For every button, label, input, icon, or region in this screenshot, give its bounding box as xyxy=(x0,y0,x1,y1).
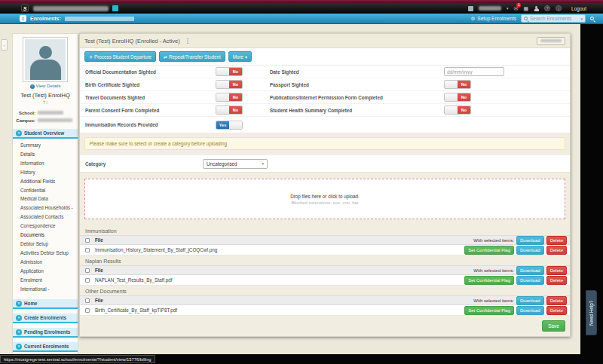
parent-consent-toggle[interactable]: No xyxy=(216,106,243,115)
school-row: School: xyxy=(16,111,75,116)
gear-icon: ⚙ xyxy=(471,16,476,22)
form-row: Immunisation Records Provided Yes xyxy=(80,117,570,133)
redacted-username[interactable] xyxy=(479,6,501,11)
file-checkbox[interactable] xyxy=(85,248,90,252)
set-confidential-flag-button[interactable]: Set Confidential Flag xyxy=(464,276,514,285)
sidebar-item-details[interactable]: Details xyxy=(13,150,78,159)
sidebar-item-confidential[interactable]: Confidential xyxy=(13,186,78,195)
panel-menu-dots-icon[interactable]: ⋮ xyxy=(185,38,191,44)
sidebar-item-summary[interactable]: Summary xyxy=(13,141,78,150)
file-checkbox[interactable] xyxy=(85,278,90,283)
messages-icon[interactable]: ✉1 xyxy=(514,6,519,11)
select-all-checkbox[interactable] xyxy=(85,298,90,303)
download-file-button[interactable]: Download xyxy=(516,276,544,285)
passport-toggle[interactable]: No xyxy=(444,80,471,89)
search-submit-icon[interactable] xyxy=(590,17,594,20)
sidebar-item-associated-households[interactable]: Associated Households - xyxy=(13,203,78,213)
sidebar-section-home[interactable]: ≡ Home xyxy=(13,299,78,309)
sidebar-section-pending-enrolments[interactable]: ≡ Pending Enrolments xyxy=(13,328,78,338)
setup-enrolments-link[interactable]: ⚙ Setup Enrolments xyxy=(471,16,517,22)
sidebar-item-admission[interactable]: Admission xyxy=(13,258,78,267)
enrolments-module-icon[interactable]: ≡ xyxy=(20,15,26,22)
search-box[interactable]: ▾ xyxy=(521,14,586,23)
field-label: Student Health Summary Completed xyxy=(270,108,352,113)
sidebar-section-create-enrolments[interactable]: ≡ Create Enrolments xyxy=(13,314,78,323)
sidebar-item-application[interactable]: Application xyxy=(13,267,78,276)
view-details-link[interactable]: iView Details xyxy=(13,84,78,89)
file-checkbox[interactable] xyxy=(85,308,90,313)
avatar-silhouette-body xyxy=(30,60,61,81)
delete-file-button[interactable]: Delete xyxy=(546,276,567,285)
student-photo[interactable] xyxy=(23,38,67,81)
process-departure-button[interactable]: ✈Process Student Departure xyxy=(84,51,156,62)
info-circle-icon: i xyxy=(30,84,35,89)
more-button[interactable]: More▾ xyxy=(228,51,252,62)
file-name[interactable]: Immunisation_History_Statement_By_Staff_… xyxy=(95,247,217,252)
file-dropzone[interactable]: Drop files here or click to upload. Bloc… xyxy=(84,179,565,219)
search-scope-caret-icon[interactable]: ▾ xyxy=(580,17,583,21)
student-name: Test (Test) EnrolHQ xyxy=(13,92,78,99)
avatar-silhouette-head xyxy=(39,46,52,59)
set-confidential-flag-button[interactable]: Set Confidential Flag xyxy=(464,246,514,255)
download-file-button[interactable]: Download xyxy=(516,306,544,315)
delete-file-button[interactable]: Delete xyxy=(546,246,567,255)
delete-selected-button[interactable]: Delete xyxy=(546,296,567,305)
delete-file-button[interactable]: Delete xyxy=(546,306,567,315)
download-selected-button[interactable]: Download xyxy=(516,296,544,305)
environment-badge xyxy=(112,5,118,11)
sidebar-item-information[interactable]: Information xyxy=(13,159,78,168)
delete-selected-button[interactable]: Delete xyxy=(546,236,567,245)
publications-toggle[interactable]: No xyxy=(444,93,471,102)
date-sighted-input[interactable] xyxy=(444,67,504,76)
category-label: Category xyxy=(85,161,106,167)
search-input[interactable] xyxy=(530,16,578,21)
download-file-button[interactable]: Download xyxy=(516,246,544,255)
sidebar-item-additional-fields[interactable]: Additional Fields xyxy=(13,177,78,186)
download-selected-button[interactable]: Download xyxy=(516,236,544,245)
sidebar-item-debtor-setup[interactable]: Debtor Setup xyxy=(13,240,78,249)
logout-button[interactable]: Logout xyxy=(571,6,586,11)
sidebar-item-medical-data[interactable]: Medical Data xyxy=(13,194,78,203)
sidebar-item-history[interactable]: History xyxy=(13,168,78,177)
sidebar-item-activities-debtor-setup[interactable]: Activities Debtor Setup xyxy=(13,249,78,258)
apps-icon[interactable]: ▦ xyxy=(523,6,528,11)
sidebar-item-international[interactable]: International - xyxy=(13,285,78,294)
section-title: Other Documents xyxy=(80,286,570,295)
redacted-id-text xyxy=(540,39,562,42)
health-summary-toggle[interactable]: No xyxy=(444,106,471,115)
sidebar-item-enrolment[interactable]: Enrolment xyxy=(13,276,78,285)
immunisation-toggle[interactable]: Yes xyxy=(216,121,243,130)
select-all-checkbox[interactable] xyxy=(85,238,90,243)
sidebar-item-documents[interactable]: Documents xyxy=(13,231,78,240)
sidebar-item-associated-contacts[interactable]: Associated Contacts xyxy=(13,213,78,222)
need-help-tab[interactable]: Need Help? xyxy=(586,290,597,335)
profile-icon[interactable] xyxy=(534,6,539,11)
download-selected-button[interactable]: Download xyxy=(516,266,544,275)
user-avatar[interactable] xyxy=(468,6,473,11)
info-icon[interactable]: i xyxy=(556,5,562,11)
select-all-checkbox[interactable] xyxy=(85,268,90,273)
sidebar-section-current-enrolments[interactable]: ≡ Current Enrolments xyxy=(13,342,78,352)
official-doc-toggle[interactable]: No xyxy=(216,67,243,76)
file-name[interactable]: Birth_Certificate_By_Staff_kpTIP8T.pdf xyxy=(95,307,177,313)
birth-cert-toggle[interactable]: No xyxy=(216,80,243,89)
save-button[interactable]: Save xyxy=(542,320,565,332)
sidebar-section-student-overview[interactable]: ≡ Student Overview xyxy=(13,129,78,139)
departure-icon: ✈ xyxy=(89,54,93,60)
file-name[interactable]: NAPLAN_Test_Results_By_Staff.pdf xyxy=(95,277,172,283)
redacted-student-id-pill[interactable] xyxy=(537,37,565,45)
header-actions: ▾ ✉1 ▦ ? i Logout xyxy=(468,5,603,11)
travel-docs-toggle[interactable]: No xyxy=(216,93,243,102)
sentral-logo-icon[interactable]: S xyxy=(21,5,29,12)
repeat-transfer-button[interactable]: ⇄Repeat/Transfer Student xyxy=(159,51,225,62)
category-select[interactable]: Uncategorised▾ xyxy=(203,159,268,169)
field-label: Publications/Internet Permission Form Co… xyxy=(270,95,383,100)
section-other-documents: Other Documents File With selected items… xyxy=(80,286,570,316)
sidebar-collapse-button[interactable]: ‹ xyxy=(1,39,8,50)
delete-selected-button[interactable]: Delete xyxy=(546,266,567,275)
sidebar-item-correspondence[interactable]: Correspondence xyxy=(13,222,78,231)
help-icon[interactable]: ? xyxy=(544,5,550,11)
user-menu-caret-icon[interactable]: ▾ xyxy=(507,6,509,11)
set-confidential-flag-button[interactable]: Set Confidential Flag xyxy=(464,306,514,315)
campus-row: Campus: xyxy=(16,118,75,124)
